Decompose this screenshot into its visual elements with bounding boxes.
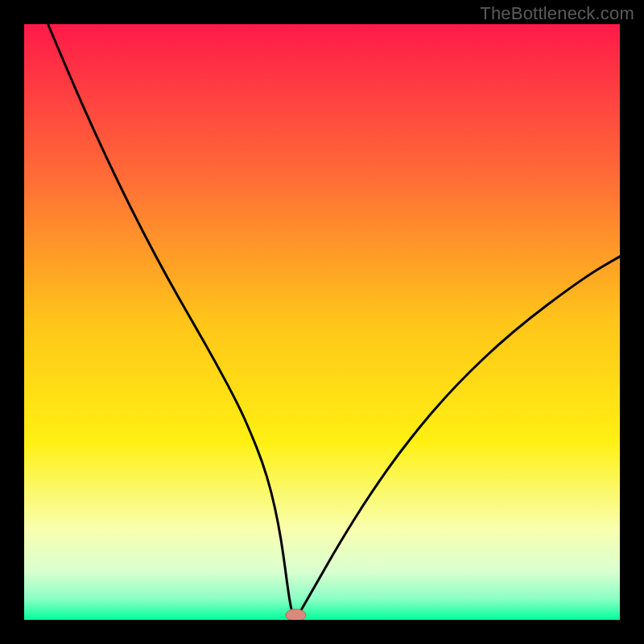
chart-svg (0, 0, 644, 644)
chart-marker (286, 609, 306, 621)
svg-rect-4 (0, 0, 24, 644)
svg-rect-3 (0, 620, 644, 644)
bottleneck-chart (0, 0, 644, 644)
watermark-text: TheBottleneck.com (480, 3, 634, 24)
chart-background (24, 24, 620, 620)
svg-rect-5 (620, 0, 644, 644)
svg-rect-0 (24, 24, 620, 620)
svg-point-1 (286, 609, 306, 621)
